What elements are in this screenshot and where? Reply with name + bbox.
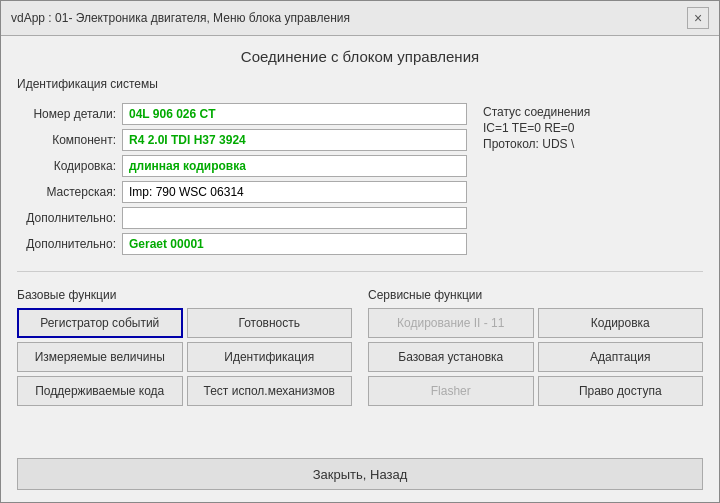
page-title: Соединение с блоком управления (17, 48, 703, 65)
field-row-extra2: Дополнительно: Geraet 00001 (17, 233, 467, 255)
btn-coding-ii[interactable]: Кодирование II - 11 (368, 308, 534, 338)
field-value-component: R4 2.0I TDI H37 3924 (122, 129, 467, 151)
btn-coding[interactable]: Кодировка (538, 308, 704, 338)
field-label-extra1: Дополнительно: (17, 211, 122, 225)
field-value-workshop: Imp: 790 WSC 06314 (122, 181, 467, 203)
service-functions-header: Сервисные функции (368, 288, 703, 302)
field-row-workshop: Мастерская: Imp: 790 WSC 06314 (17, 181, 467, 203)
field-row-coding: Кодировка: длинная кодировка (17, 155, 467, 177)
field-label-component: Компонент: (17, 133, 122, 147)
btn-event-logger[interactable]: Регистратор событий (17, 308, 183, 338)
btn-actuator-test[interactable]: Тест испол.механизмов (187, 376, 353, 406)
field-value-extra1 (122, 207, 467, 229)
field-label-workshop: Мастерская: (17, 185, 122, 199)
btn-basic-setup[interactable]: Базовая установка (368, 342, 534, 372)
btn-access-rights[interactable]: Право доступа (538, 376, 704, 406)
title-bar-text: vdApp : 01- Электроника двигателя, Меню … (11, 11, 350, 25)
status-values: IC=1 TE=0 RE=0 (483, 121, 703, 135)
field-value-coding: длинная кодировка (122, 155, 467, 177)
btn-supported-codes[interactable]: Поддерживаемые кода (17, 376, 183, 406)
status-section: Статус соединения IC=1 TE=0 RE=0 Протоко… (483, 103, 703, 259)
field-label-part-number: Номер детали: (17, 107, 122, 121)
divider (17, 271, 703, 272)
field-value-part-number: 04L 906 026 CT (122, 103, 467, 125)
status-label: Статус соединения (483, 105, 703, 119)
content-area: Соединение с блоком управления Идентифик… (1, 36, 719, 450)
basic-functions-grid: Регистратор событий Готовность Измеряемы… (17, 308, 352, 406)
functions-area: Базовые функции Регистратор событий Гото… (17, 288, 703, 406)
btn-flasher[interactable]: Flasher (368, 376, 534, 406)
window-close-button[interactable]: × (687, 7, 709, 29)
field-value-extra2: Geraet 00001 (122, 233, 467, 255)
protocol-line: Протокол: UDS \ (483, 137, 703, 151)
fields-area: Номер детали: 04L 906 026 CT Компонент: … (17, 103, 467, 259)
protocol-suffix: \ (571, 137, 574, 151)
field-row-extra1: Дополнительно: (17, 207, 467, 229)
info-section: Номер детали: 04L 906 026 CT Компонент: … (17, 103, 703, 259)
protocol-text: Протокол: UDS (483, 137, 568, 151)
service-functions-col: Сервисные функции Кодирование II - 11 Ко… (368, 288, 703, 406)
field-label-extra2: Дополнительно: (17, 237, 122, 251)
btn-measured-values[interactable]: Измеряемые величины (17, 342, 183, 372)
title-bar: vdApp : 01- Электроника двигателя, Меню … (1, 1, 719, 36)
btn-adaptation[interactable]: Адаптация (538, 342, 704, 372)
footer: Закрыть, Назад (1, 450, 719, 502)
identification-section-label: Идентификация системы (17, 77, 703, 91)
field-label-coding: Кодировка: (17, 159, 122, 173)
main-window: vdApp : 01- Электроника двигателя, Меню … (0, 0, 720, 503)
btn-identification[interactable]: Идентификация (187, 342, 353, 372)
field-row-part-number: Номер детали: 04L 906 026 CT (17, 103, 467, 125)
basic-functions-header: Базовые функции (17, 288, 352, 302)
field-row-component: Компонент: R4 2.0I TDI H37 3924 (17, 129, 467, 151)
close-back-button[interactable]: Закрыть, Назад (17, 458, 703, 490)
basic-functions-col: Базовые функции Регистратор событий Гото… (17, 288, 352, 406)
btn-readiness[interactable]: Готовность (187, 308, 353, 338)
service-functions-grid: Кодирование II - 11 Кодировка Базовая ус… (368, 308, 703, 406)
